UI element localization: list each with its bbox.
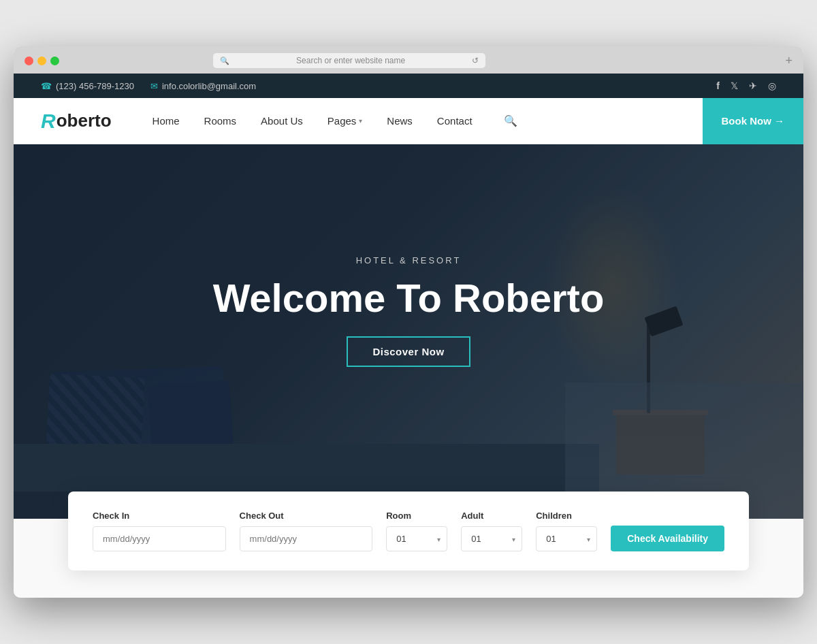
- twitter-icon[interactable]: 𝕏: [731, 80, 738, 91]
- nav-about-us[interactable]: About Us: [261, 115, 303, 127]
- email-icon: ✉: [150, 81, 158, 91]
- address-bar[interactable]: 🔍 Search or enter website name ↺: [213, 53, 485, 68]
- check-out-field: Check Out: [240, 511, 373, 551]
- email-item: ✉ info.colorlib@gmail.com: [150, 81, 256, 91]
- check-in-input[interactable]: [93, 526, 226, 551]
- logo-r: R: [41, 110, 56, 133]
- nav-home[interactable]: Home: [153, 115, 180, 127]
- top-bar-left: ☎ (123) 456-789-1230 ✉ info.colorlib@gma…: [41, 81, 256, 91]
- dot-maximize[interactable]: [50, 57, 59, 65]
- dot-close[interactable]: [25, 57, 33, 65]
- logo-rest: oberto: [57, 110, 112, 131]
- browser-window: 🔍 Search or enter website name ↺ + ☎ (12…: [14, 46, 803, 598]
- discover-now-button[interactable]: Discover Now: [347, 336, 470, 367]
- new-tab-button[interactable]: +: [785, 54, 792, 67]
- children-field: Children 01 02 03 ▾: [536, 511, 597, 551]
- adult-select-wrapper: 01 02 03 ▾: [461, 526, 522, 551]
- room-field: Room 01 02 03 ▾: [386, 511, 447, 551]
- email-address: info.colorlib@gmail.com: [162, 81, 256, 91]
- browser-dots: [25, 57, 59, 65]
- nav-news[interactable]: News: [387, 115, 413, 127]
- room-select[interactable]: 01 02 03: [386, 526, 447, 551]
- book-now-button[interactable]: Book Now →: [703, 98, 804, 144]
- pages-chevron-icon: ▾: [359, 117, 362, 125]
- hero-content: HOTEL & RESORT Welcome To Roberto Discov…: [14, 144, 803, 519]
- adult-field: Adult 01 02 03 ▾: [461, 511, 522, 551]
- children-select[interactable]: 01 02 03: [536, 526, 597, 551]
- adult-label: Adult: [461, 511, 522, 521]
- phone-item: ☎ (123) 456-789-1230: [41, 81, 134, 91]
- check-out-input[interactable]: [240, 526, 373, 551]
- facebook-icon[interactable]: f: [716, 80, 720, 91]
- check-out-label: Check Out: [240, 511, 373, 521]
- check-in-label: Check In: [93, 511, 226, 521]
- nav-pages[interactable]: Pages ▾: [327, 115, 363, 127]
- search-icon[interactable]: 🔍: [504, 114, 517, 127]
- address-text: Search or enter website name: [234, 56, 468, 65]
- phone-number: (123) 456-789-1230: [56, 81, 134, 91]
- phone-icon: ☎: [41, 81, 52, 91]
- top-bar-right: f 𝕏 ✈ ◎: [716, 80, 776, 91]
- room-select-wrapper: 01 02 03 ▾: [386, 526, 447, 551]
- hero-section: HOTEL & RESORT Welcome To Roberto Discov…: [14, 144, 803, 519]
- nav-rooms[interactable]: Rooms: [204, 115, 237, 127]
- top-bar: ☎ (123) 456-789-1230 ✉ info.colorlib@gma…: [14, 74, 803, 98]
- logo[interactable]: Roberto: [41, 110, 112, 133]
- children-label: Children: [536, 511, 597, 521]
- adult-select[interactable]: 01 02 03: [461, 526, 522, 551]
- check-availability-button[interactable]: Check Availability: [611, 526, 724, 551]
- children-select-wrapper: 01 02 03 ▾: [536, 526, 597, 551]
- dot-minimize[interactable]: [37, 57, 46, 65]
- browser-chrome: 🔍 Search or enter website name ↺ +: [14, 46, 803, 74]
- reload-button[interactable]: ↺: [472, 56, 479, 65]
- instagram-icon[interactable]: ◎: [768, 80, 776, 91]
- hero-subtitle: HOTEL & RESORT: [356, 255, 462, 265]
- nav-links: Home Rooms About Us Pages ▾ News Contact…: [153, 114, 703, 127]
- main-nav: Roberto Home Rooms About Us Pages ▾ News…: [14, 98, 803, 144]
- booking-section: Check In Check Out Room 01 02 03 ▾: [14, 519, 803, 598]
- room-label: Room: [386, 511, 447, 521]
- booking-form: Check In Check Out Room 01 02 03 ▾: [68, 492, 749, 570]
- hero-title: Welcome To Roberto: [213, 276, 605, 320]
- nav-contact[interactable]: Contact: [437, 115, 472, 127]
- check-in-field: Check In: [93, 511, 226, 551]
- tripadvisor-icon[interactable]: ✈: [749, 80, 757, 91]
- search-icon: 🔍: [220, 57, 229, 65]
